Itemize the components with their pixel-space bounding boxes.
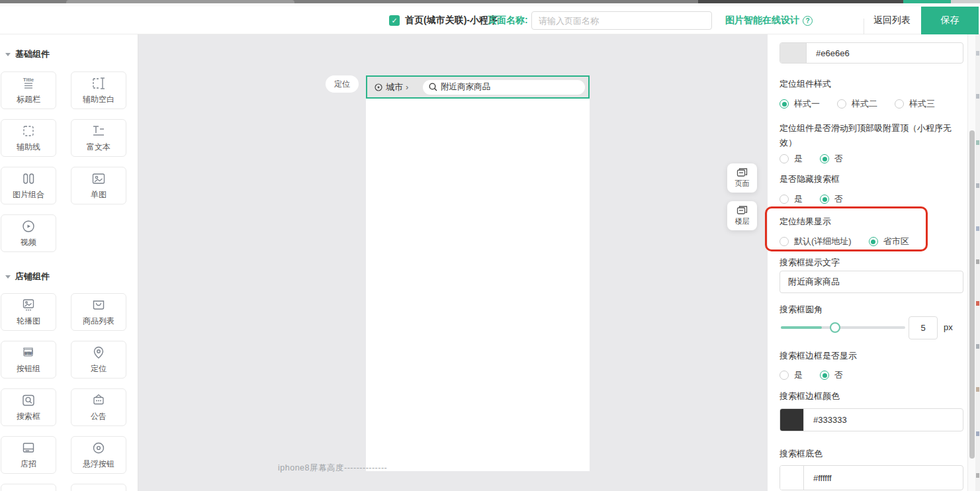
radio-unchecked-icon[interactable] bbox=[780, 237, 789, 246]
radio-result-province[interactable]: 省市区 bbox=[869, 236, 909, 247]
titlebar-icon: Title bbox=[20, 75, 37, 91]
top-color-input[interactable]: #e6e6e6 bbox=[780, 42, 963, 64]
radius-slider-thumb[interactable] bbox=[830, 322, 840, 333]
radio-hide-no[interactable]: 否 bbox=[820, 193, 843, 205]
radius-slider-fill bbox=[781, 326, 822, 329]
radius-field-wrap bbox=[909, 316, 938, 339]
page-name-input[interactable] bbox=[531, 11, 712, 30]
border-show-radio-group: 是 否 bbox=[780, 369, 843, 381]
search-hint-input[interactable] bbox=[780, 271, 963, 293]
page-name-field-wrap bbox=[531, 7, 712, 34]
chevron-right-icon: › bbox=[406, 82, 408, 92]
section-basic-components[interactable]: 基础组件 bbox=[0, 48, 138, 60]
component-card-searchbox[interactable]: 搜索框 bbox=[1, 388, 56, 426]
radio-unchecked-icon[interactable] bbox=[780, 371, 789, 380]
component-card-productlist[interactable]: 商品列表 bbox=[71, 293, 126, 331]
searchbox-bg-input[interactable]: #ffffff bbox=[780, 465, 963, 490]
back-to-list-button[interactable]: 返回列表 bbox=[873, 7, 911, 34]
browser-chrome bbox=[0, 0, 980, 7]
component-card-buttongroup[interactable]: BTN 按钮组 bbox=[1, 341, 56, 379]
page-checkbox[interactable]: ✓ bbox=[389, 7, 400, 34]
radius-unit-label: px bbox=[944, 322, 953, 332]
location-target-icon bbox=[374, 83, 383, 92]
radio-unchecked-icon[interactable] bbox=[837, 99, 846, 109]
page-title: 首页(城市关联)-小程序 bbox=[405, 7, 498, 34]
radio-style-3[interactable]: 样式三 bbox=[895, 98, 935, 110]
basic-components-grid: Title 标题栏 辅助空白 辅助线 bbox=[1, 71, 138, 252]
component-card-spacer[interactable]: 辅助空白 bbox=[71, 71, 126, 109]
section-shop-components[interactable]: 店铺组件 bbox=[0, 271, 138, 283]
radio-checked-icon[interactable] bbox=[780, 99, 789, 109]
border-color-input[interactable]: #333333 bbox=[780, 408, 963, 431]
radius-input[interactable] bbox=[909, 316, 938, 339]
page-builder-app: ✓ 首页(城市关联)-小程序 页面名称: 图片智能在线设计 ? 返回列表 保存 … bbox=[0, 0, 980, 491]
component-card-singleimage[interactable]: 单图 bbox=[71, 167, 126, 204]
radio-style-2[interactable]: 样式二 bbox=[837, 98, 877, 110]
smart-design-link[interactable]: 图片智能在线设计 ? bbox=[725, 7, 813, 34]
radio-checked-icon[interactable] bbox=[869, 237, 878, 246]
phone-preview[interactable]: 城市 › 附近商家商品 bbox=[366, 75, 590, 471]
settings-panel: #e6e6e6 定位组件样式 样式一 样式二 样式三 定位组件是否滑动到顶部吸附… bbox=[768, 34, 967, 491]
radio-result-default[interactable]: 默认(详细地址) bbox=[780, 236, 852, 247]
radio-border-no[interactable]: 否 bbox=[820, 369, 843, 381]
component-card-richtext[interactable]: 富文本 bbox=[71, 119, 126, 157]
browser-chrome-tab bbox=[66, 0, 294, 3]
component-card-location[interactable]: 定位 bbox=[71, 341, 126, 379]
page-settings-button[interactable]: 页面 bbox=[727, 163, 757, 193]
top-toolbar: ✓ 首页(城市关联)-小程序 页面名称: 图片智能在线设计 ? 返回列表 保存 bbox=[0, 7, 980, 34]
radio-unchecked-icon[interactable] bbox=[780, 195, 789, 204]
radio-sticky-no[interactable]: 否 bbox=[820, 153, 843, 165]
component-card-titlebar[interactable]: Title 标题栏 bbox=[1, 71, 56, 109]
radio-sticky-yes[interactable]: 是 bbox=[780, 153, 803, 165]
browser-chrome-green-segment bbox=[903, 0, 951, 3]
radio-unchecked-icon[interactable] bbox=[895, 99, 904, 109]
help-icon[interactable]: ? bbox=[803, 16, 813, 26]
svg-text:Title: Title bbox=[23, 77, 34, 83]
radio-checked-icon[interactable] bbox=[820, 195, 829, 204]
radio-checked-icon[interactable] bbox=[820, 371, 829, 380]
component-card-video[interactable]: 视频 bbox=[1, 214, 56, 252]
product-list-icon bbox=[90, 297, 107, 313]
component-card-announcement[interactable]: 公告 bbox=[71, 388, 126, 426]
result-display-label: 定位结果显示 bbox=[780, 216, 831, 227]
panel-scrollbar[interactable] bbox=[967, 34, 975, 491]
design-canvas[interactable]: 定位 城市 › 附近商家商品 iphone8屏幕高度---------- bbox=[138, 34, 768, 491]
city-selector[interactable]: 城市 › bbox=[374, 81, 408, 93]
save-button[interactable]: 保存 bbox=[921, 7, 979, 34]
color-swatch[interactable] bbox=[780, 409, 804, 431]
selected-component-tag: 定位 bbox=[326, 75, 359, 93]
announcement-icon bbox=[90, 392, 107, 408]
floor-settings-button[interactable]: 楼层 bbox=[727, 201, 757, 230]
component-card-guideline[interactable]: 辅助线 bbox=[1, 119, 56, 157]
sticky-label: 定位组件是否滑动到顶部吸附置顶（小程序无效） bbox=[780, 121, 958, 150]
component-card-carousel[interactable]: 轮播图 bbox=[1, 293, 56, 331]
iphone8-height-marker: iphone8屏幕高度-------------- bbox=[278, 463, 387, 474]
location-component-preview[interactable]: 城市 › 附近商家商品 bbox=[366, 75, 590, 99]
image-group-icon bbox=[20, 171, 37, 187]
component-card-partial[interactable] bbox=[71, 484, 126, 491]
component-card-partial[interactable] bbox=[1, 484, 56, 491]
radio-hide-yes[interactable]: 是 bbox=[780, 193, 803, 205]
radius-slider[interactable] bbox=[781, 326, 905, 329]
layers-icon bbox=[736, 167, 748, 177]
search-box-preview[interactable]: 附近商家商品 bbox=[423, 80, 585, 95]
single-image-icon bbox=[90, 171, 107, 187]
scrollbar-thumb[interactable] bbox=[969, 130, 975, 459]
collapse-triangle-icon bbox=[5, 275, 11, 279]
color-swatch[interactable] bbox=[780, 43, 807, 63]
color-swatch[interactable] bbox=[780, 466, 804, 490]
checkbox-checked-icon[interactable]: ✓ bbox=[389, 15, 400, 26]
floating-button-icon bbox=[90, 440, 107, 456]
result-display-radio-group: 默认(详细地址) 省市区 bbox=[780, 236, 909, 247]
component-card-floatingbutton[interactable]: 悬浮按钮 bbox=[71, 436, 126, 474]
header-divider bbox=[864, 19, 864, 36]
radio-border-yes[interactable]: 是 bbox=[780, 369, 803, 381]
video-icon bbox=[20, 218, 37, 234]
radio-unchecked-icon[interactable] bbox=[780, 154, 789, 163]
radio-checked-icon[interactable] bbox=[820, 154, 829, 163]
border-color-label: 搜索框边框颜色 bbox=[780, 390, 840, 402]
radio-style-1[interactable]: 样式一 bbox=[780, 98, 820, 110]
component-card-storefront[interactable]: 店招 bbox=[1, 436, 56, 474]
browser-chrome-light-segment bbox=[951, 0, 980, 3]
component-card-imagegroup[interactable]: 图片组合 bbox=[1, 167, 56, 204]
